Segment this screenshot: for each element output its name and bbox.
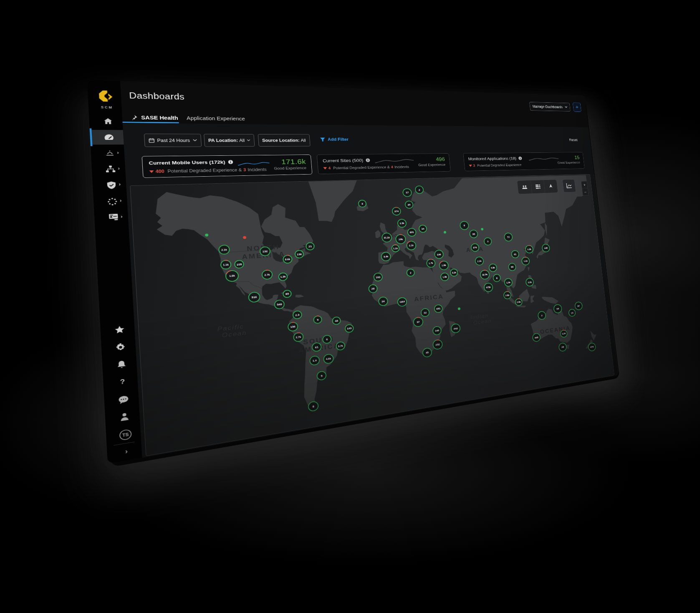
svg-text:15: 15 xyxy=(571,312,574,314)
svg-text:1.8k: 1.8k xyxy=(442,275,447,279)
svg-text:2.7k: 2.7k xyxy=(296,335,301,339)
svg-text:105: 105 xyxy=(236,263,242,266)
svg-text:67: 67 xyxy=(577,304,580,307)
svg-text:1.8k: 1.8k xyxy=(442,264,447,267)
svg-text:232: 232 xyxy=(435,343,440,346)
svg-text:17: 17 xyxy=(406,191,409,194)
svg-text:443: 443 xyxy=(453,327,458,330)
svg-text:132: 132 xyxy=(263,250,268,253)
svg-text:2.1k: 2.1k xyxy=(409,244,414,247)
svg-text:1.1k: 1.1k xyxy=(523,260,528,263)
svg-text:31.2k: 31.2k xyxy=(384,236,390,239)
svg-text:1.3k: 1.3k xyxy=(280,275,286,279)
svg-text:156: 156 xyxy=(290,325,296,329)
svg-text:103: 103 xyxy=(376,276,381,279)
svg-text:TS: TS xyxy=(122,432,129,438)
svg-text:1.4: 1.4 xyxy=(313,359,317,362)
svg-text:5.4k: 5.4k xyxy=(384,255,389,258)
svg-text:60: 60 xyxy=(556,307,559,310)
svg-text:1.5k: 1.5k xyxy=(506,281,511,284)
svg-text:1.6k: 1.6k xyxy=(229,274,235,278)
svg-text:45: 45 xyxy=(426,351,429,355)
svg-text:196: 196 xyxy=(437,253,441,256)
svg-text:1.3k: 1.3k xyxy=(527,248,532,251)
svg-text:831: 831 xyxy=(409,231,414,234)
svg-text:374: 374 xyxy=(394,210,399,213)
svg-text:72: 72 xyxy=(507,236,510,239)
svg-text:485: 485 xyxy=(534,336,538,339)
svg-text:8.6k: 8.6k xyxy=(285,258,291,261)
svg-text:2.3: 2.3 xyxy=(295,313,300,317)
svg-text:49: 49 xyxy=(407,203,411,206)
svg-text:1364: 1364 xyxy=(399,300,405,304)
svg-text:2.1k: 2.1k xyxy=(221,248,227,251)
svg-text:21: 21 xyxy=(308,245,312,248)
svg-text:1.7k: 1.7k xyxy=(429,262,434,265)
svg-text:97: 97 xyxy=(417,321,420,324)
svg-text:3.2k: 3.2k xyxy=(452,271,457,274)
svg-text:89: 89 xyxy=(286,292,289,296)
svg-text:675k: 675k xyxy=(486,286,491,289)
svg-text:3.5k: 3.5k xyxy=(399,222,404,225)
svg-text:516: 516 xyxy=(251,296,257,299)
svg-text:25: 25 xyxy=(561,346,564,349)
svg-text:2.2k: 2.2k xyxy=(528,281,532,284)
svg-text:140: 140 xyxy=(544,247,548,250)
svg-text:3.2k: 3.2k xyxy=(562,332,566,335)
svg-text:1.1k: 1.1k xyxy=(393,247,398,250)
svg-text:28: 28 xyxy=(371,287,375,291)
svg-text:90: 90 xyxy=(511,266,514,269)
svg-text:143: 143 xyxy=(347,327,352,330)
svg-text:19k: 19k xyxy=(398,238,403,241)
svg-text:32.5k: 32.5k xyxy=(482,273,488,276)
svg-text:149: 149 xyxy=(435,329,440,332)
svg-text:376: 376 xyxy=(473,246,478,249)
svg-text:549: 549 xyxy=(277,303,282,306)
svg-text:95: 95 xyxy=(472,233,475,236)
svg-text:2.1k: 2.1k xyxy=(477,260,482,263)
svg-text:2.8k: 2.8k xyxy=(517,301,521,304)
svg-text:61: 61 xyxy=(315,345,318,349)
svg-text:22: 22 xyxy=(424,311,427,314)
svg-text:48: 48 xyxy=(335,319,339,322)
svg-text:61: 61 xyxy=(514,253,517,256)
svg-text:1.1k: 1.1k xyxy=(223,263,229,266)
svg-text:2.7k: 2.7k xyxy=(264,273,270,276)
svg-text:651: 651 xyxy=(436,307,441,311)
svg-text:136: 136 xyxy=(297,253,302,256)
svg-text:478: 478 xyxy=(590,345,594,348)
svg-text:2.8k: 2.8k xyxy=(505,294,510,296)
svg-text:14: 14 xyxy=(421,228,425,231)
svg-text:24: 24 xyxy=(382,300,385,303)
svg-text:9.8k: 9.8k xyxy=(491,266,495,269)
